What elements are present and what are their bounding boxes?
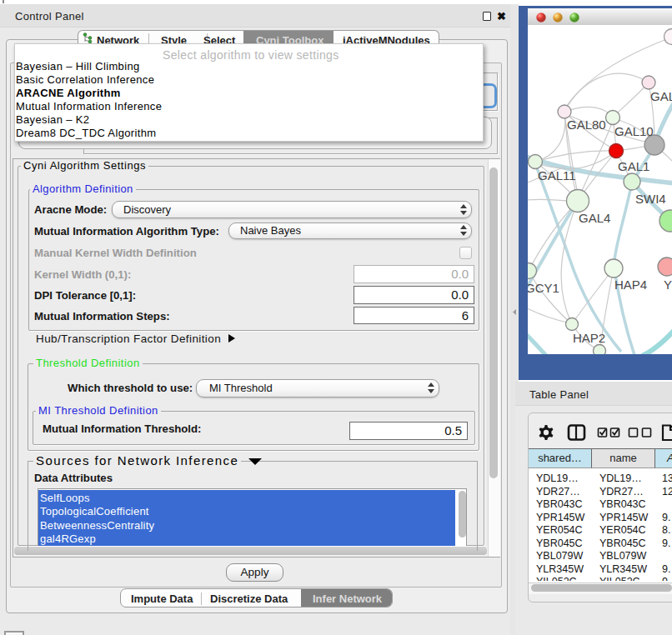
svg-text:GAL1: GAL1 — [618, 159, 649, 173]
svg-text:GAL10: GAL10 — [614, 124, 654, 138]
svg-text:GAL4: GAL4 — [579, 211, 610, 225]
svg-text:HAP4: HAP4 — [614, 278, 647, 292]
svg-text:Y: Y — [664, 278, 672, 292]
svg-text:GAL80: GAL80 — [567, 118, 606, 132]
svg-text:HAP2: HAP2 — [573, 331, 605, 345]
svg-text:GCY1: GCY1 — [528, 281, 559, 295]
svg-text:SWI4: SWI4 — [635, 192, 666, 206]
svg-text:GAL11: GAL11 — [538, 168, 576, 182]
svg-text:GAL: GAL — [650, 89, 672, 103]
